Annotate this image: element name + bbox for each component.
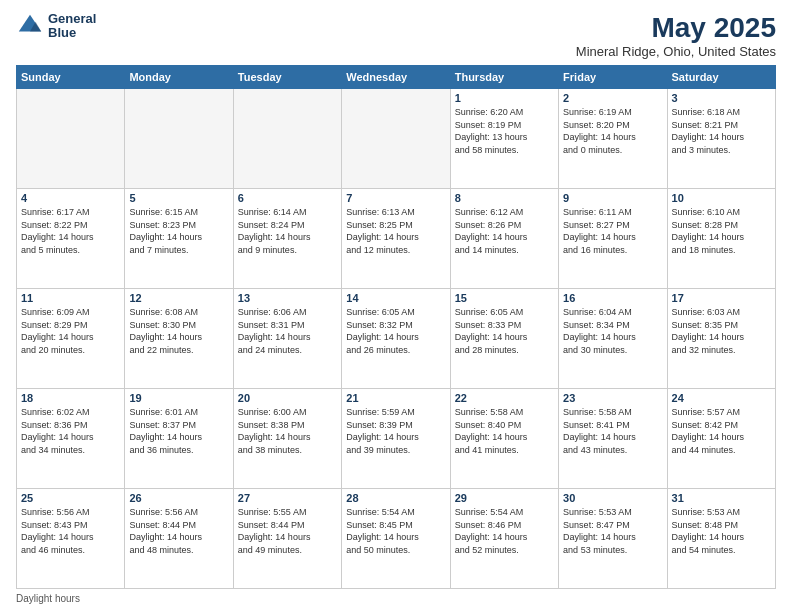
day-info: Sunrise: 5:53 AM Sunset: 8:48 PM Dayligh…	[672, 506, 771, 556]
calendar-day-cell: 19Sunrise: 6:01 AM Sunset: 8:37 PM Dayli…	[125, 389, 233, 489]
day-info: Sunrise: 6:02 AM Sunset: 8:36 PM Dayligh…	[21, 406, 120, 456]
calendar-day-cell: 3Sunrise: 6:18 AM Sunset: 8:21 PM Daylig…	[667, 89, 775, 189]
calendar-day-header: Sunday	[17, 66, 125, 89]
day-number: 13	[238, 292, 337, 304]
day-number: 14	[346, 292, 445, 304]
calendar-day-cell: 8Sunrise: 6:12 AM Sunset: 8:26 PM Daylig…	[450, 189, 558, 289]
calendar-day-header: Wednesday	[342, 66, 450, 89]
calendar-day-cell: 27Sunrise: 5:55 AM Sunset: 8:44 PM Dayli…	[233, 489, 341, 589]
logo-icon	[16, 12, 44, 40]
main-title: May 2025	[576, 12, 776, 44]
calendar-day-cell	[17, 89, 125, 189]
day-number: 30	[563, 492, 662, 504]
calendar-day-cell: 24Sunrise: 5:57 AM Sunset: 8:42 PM Dayli…	[667, 389, 775, 489]
day-info: Sunrise: 6:15 AM Sunset: 8:23 PM Dayligh…	[129, 206, 228, 256]
calendar-day-cell: 20Sunrise: 6:00 AM Sunset: 8:38 PM Dayli…	[233, 389, 341, 489]
day-info: Sunrise: 6:10 AM Sunset: 8:28 PM Dayligh…	[672, 206, 771, 256]
day-info: Sunrise: 5:58 AM Sunset: 8:41 PM Dayligh…	[563, 406, 662, 456]
day-number: 12	[129, 292, 228, 304]
calendar-day-cell: 15Sunrise: 6:05 AM Sunset: 8:33 PM Dayli…	[450, 289, 558, 389]
calendar-week-row: 11Sunrise: 6:09 AM Sunset: 8:29 PM Dayli…	[17, 289, 776, 389]
calendar-day-cell: 4Sunrise: 6:17 AM Sunset: 8:22 PM Daylig…	[17, 189, 125, 289]
day-info: Sunrise: 6:04 AM Sunset: 8:34 PM Dayligh…	[563, 306, 662, 356]
calendar-day-cell: 23Sunrise: 5:58 AM Sunset: 8:41 PM Dayli…	[559, 389, 667, 489]
logo-line2: Blue	[48, 26, 96, 40]
day-info: Sunrise: 6:19 AM Sunset: 8:20 PM Dayligh…	[563, 106, 662, 156]
calendar-day-cell	[125, 89, 233, 189]
day-info: Sunrise: 6:13 AM Sunset: 8:25 PM Dayligh…	[346, 206, 445, 256]
day-info: Sunrise: 6:11 AM Sunset: 8:27 PM Dayligh…	[563, 206, 662, 256]
day-number: 8	[455, 192, 554, 204]
calendar-day-cell: 18Sunrise: 6:02 AM Sunset: 8:36 PM Dayli…	[17, 389, 125, 489]
calendar-day-cell: 5Sunrise: 6:15 AM Sunset: 8:23 PM Daylig…	[125, 189, 233, 289]
day-info: Sunrise: 5:55 AM Sunset: 8:44 PM Dayligh…	[238, 506, 337, 556]
day-number: 4	[21, 192, 120, 204]
day-number: 20	[238, 392, 337, 404]
day-number: 26	[129, 492, 228, 504]
day-info: Sunrise: 5:58 AM Sunset: 8:40 PM Dayligh…	[455, 406, 554, 456]
day-number: 31	[672, 492, 771, 504]
calendar-day-cell: 26Sunrise: 5:56 AM Sunset: 8:44 PM Dayli…	[125, 489, 233, 589]
calendar-day-cell: 12Sunrise: 6:08 AM Sunset: 8:30 PM Dayli…	[125, 289, 233, 389]
day-info: Sunrise: 5:53 AM Sunset: 8:47 PM Dayligh…	[563, 506, 662, 556]
day-info: Sunrise: 5:57 AM Sunset: 8:42 PM Dayligh…	[672, 406, 771, 456]
day-info: Sunrise: 6:14 AM Sunset: 8:24 PM Dayligh…	[238, 206, 337, 256]
day-info: Sunrise: 5:59 AM Sunset: 8:39 PM Dayligh…	[346, 406, 445, 456]
calendar-day-cell: 22Sunrise: 5:58 AM Sunset: 8:40 PM Dayli…	[450, 389, 558, 489]
day-info: Sunrise: 5:54 AM Sunset: 8:45 PM Dayligh…	[346, 506, 445, 556]
day-number: 25	[21, 492, 120, 504]
footer-note-text: Daylight hours	[16, 593, 80, 604]
calendar-day-cell: 25Sunrise: 5:56 AM Sunset: 8:43 PM Dayli…	[17, 489, 125, 589]
day-number: 28	[346, 492, 445, 504]
day-number: 3	[672, 92, 771, 104]
calendar-week-row: 1Sunrise: 6:20 AM Sunset: 8:19 PM Daylig…	[17, 89, 776, 189]
day-info: Sunrise: 6:20 AM Sunset: 8:19 PM Dayligh…	[455, 106, 554, 156]
day-number: 16	[563, 292, 662, 304]
calendar-day-cell: 28Sunrise: 5:54 AM Sunset: 8:45 PM Dayli…	[342, 489, 450, 589]
calendar-day-cell: 13Sunrise: 6:06 AM Sunset: 8:31 PM Dayli…	[233, 289, 341, 389]
calendar-day-header: Thursday	[450, 66, 558, 89]
day-info: Sunrise: 6:03 AM Sunset: 8:35 PM Dayligh…	[672, 306, 771, 356]
calendar-day-cell: 14Sunrise: 6:05 AM Sunset: 8:32 PM Dayli…	[342, 289, 450, 389]
day-info: Sunrise: 6:18 AM Sunset: 8:21 PM Dayligh…	[672, 106, 771, 156]
header: General Blue May 2025 Mineral Ridge, Ohi…	[16, 12, 776, 59]
day-number: 15	[455, 292, 554, 304]
calendar-day-cell: 31Sunrise: 5:53 AM Sunset: 8:48 PM Dayli…	[667, 489, 775, 589]
calendar-header-row: SundayMondayTuesdayWednesdayThursdayFrid…	[17, 66, 776, 89]
calendar-day-cell: 6Sunrise: 6:14 AM Sunset: 8:24 PM Daylig…	[233, 189, 341, 289]
day-number: 11	[21, 292, 120, 304]
logo: General Blue	[16, 12, 96, 41]
day-info: Sunrise: 6:00 AM Sunset: 8:38 PM Dayligh…	[238, 406, 337, 456]
footer-note: Daylight hours	[16, 593, 776, 604]
calendar-day-header: Friday	[559, 66, 667, 89]
logo-line1: General	[48, 12, 96, 26]
calendar-day-cell: 11Sunrise: 6:09 AM Sunset: 8:29 PM Dayli…	[17, 289, 125, 389]
calendar-week-row: 4Sunrise: 6:17 AM Sunset: 8:22 PM Daylig…	[17, 189, 776, 289]
day-info: Sunrise: 5:54 AM Sunset: 8:46 PM Dayligh…	[455, 506, 554, 556]
calendar-day-cell: 7Sunrise: 6:13 AM Sunset: 8:25 PM Daylig…	[342, 189, 450, 289]
calendar-day-cell: 30Sunrise: 5:53 AM Sunset: 8:47 PM Dayli…	[559, 489, 667, 589]
calendar-day-header: Monday	[125, 66, 233, 89]
day-number: 10	[672, 192, 771, 204]
title-block: May 2025 Mineral Ridge, Ohio, United Sta…	[576, 12, 776, 59]
day-number: 27	[238, 492, 337, 504]
calendar-day-cell: 9Sunrise: 6:11 AM Sunset: 8:27 PM Daylig…	[559, 189, 667, 289]
subtitle: Mineral Ridge, Ohio, United States	[576, 44, 776, 59]
day-info: Sunrise: 6:17 AM Sunset: 8:22 PM Dayligh…	[21, 206, 120, 256]
day-number: 7	[346, 192, 445, 204]
day-info: Sunrise: 6:09 AM Sunset: 8:29 PM Dayligh…	[21, 306, 120, 356]
calendar-day-cell	[233, 89, 341, 189]
calendar-week-row: 18Sunrise: 6:02 AM Sunset: 8:36 PM Dayli…	[17, 389, 776, 489]
day-number: 19	[129, 392, 228, 404]
calendar-day-cell: 16Sunrise: 6:04 AM Sunset: 8:34 PM Dayli…	[559, 289, 667, 389]
calendar-day-header: Tuesday	[233, 66, 341, 89]
calendar-day-cell: 21Sunrise: 5:59 AM Sunset: 8:39 PM Dayli…	[342, 389, 450, 489]
calendar-day-cell: 29Sunrise: 5:54 AM Sunset: 8:46 PM Dayli…	[450, 489, 558, 589]
day-info: Sunrise: 6:01 AM Sunset: 8:37 PM Dayligh…	[129, 406, 228, 456]
calendar-week-row: 25Sunrise: 5:56 AM Sunset: 8:43 PM Dayli…	[17, 489, 776, 589]
day-number: 9	[563, 192, 662, 204]
day-info: Sunrise: 6:08 AM Sunset: 8:30 PM Dayligh…	[129, 306, 228, 356]
day-info: Sunrise: 6:05 AM Sunset: 8:32 PM Dayligh…	[346, 306, 445, 356]
day-info: Sunrise: 5:56 AM Sunset: 8:44 PM Dayligh…	[129, 506, 228, 556]
day-info: Sunrise: 6:12 AM Sunset: 8:26 PM Dayligh…	[455, 206, 554, 256]
